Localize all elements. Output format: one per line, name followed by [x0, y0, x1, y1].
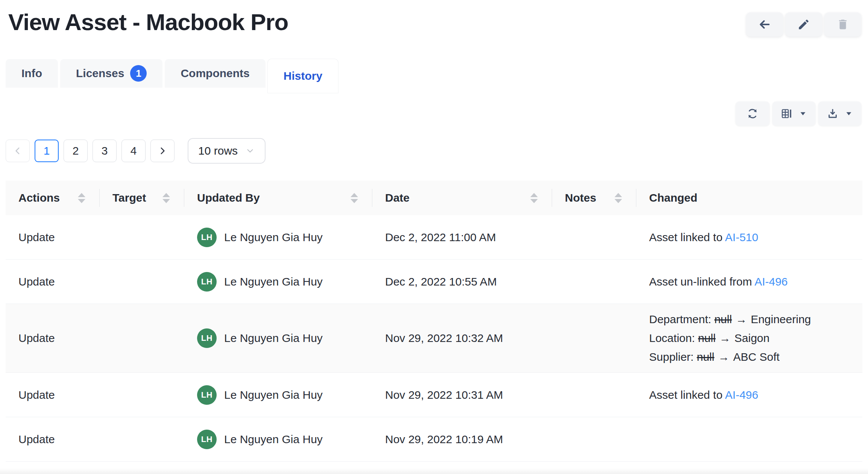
- sort-icon: [78, 193, 85, 203]
- changed-line: Asset un-linked from AI-496: [649, 272, 848, 291]
- tab-components[interactable]: Components: [165, 59, 265, 88]
- tab-licenses[interactable]: Licenses 1: [60, 59, 162, 88]
- user-name: Le Nguyen Gia Huy: [224, 275, 323, 288]
- changed-field: Location:: [649, 332, 698, 344]
- tab-label: Info: [21, 67, 42, 80]
- sort-icon: [530, 193, 538, 203]
- cell-updated-by: LHLe Nguyen Gia Huy: [184, 272, 372, 292]
- sort-icon: [615, 193, 622, 203]
- avatar: LH: [197, 328, 217, 348]
- column-header-notes[interactable]: Notes: [552, 181, 636, 215]
- tab-bar: Info Licenses 1 Components History: [0, 59, 868, 93]
- page-title: View Asset - Macbook Pro: [8, 9, 288, 35]
- delete-button[interactable]: [824, 12, 861, 36]
- column-label: Changed: [649, 191, 697, 204]
- column-label: Date: [385, 191, 410, 204]
- prev-page-button[interactable]: [6, 140, 30, 162]
- table-row: UpdateLHLe Nguyen Gia HuyDec 2, 2022 10:…: [6, 260, 862, 304]
- tab-info[interactable]: Info: [6, 59, 58, 88]
- changed-field: Supplier:: [649, 351, 697, 363]
- back-button[interactable]: [746, 12, 783, 36]
- page-2-button[interactable]: 2: [64, 140, 88, 162]
- licenses-count-badge: 1: [130, 65, 147, 82]
- cell-actions: Update: [6, 231, 100, 244]
- user-name: Le Nguyen Gia Huy: [224, 389, 323, 401]
- cell-actions: Update: [6, 275, 100, 288]
- page-4-button[interactable]: 4: [121, 140, 146, 162]
- avatar: LH: [197, 272, 217, 292]
- refresh-icon: [747, 108, 759, 120]
- changed-field: Department:: [649, 313, 714, 325]
- cell-updated-by: LHLe Nguyen Gia Huy: [184, 228, 372, 247]
- asset-link[interactable]: AI-496: [725, 389, 758, 401]
- asset-link[interactable]: AI-510: [725, 231, 758, 243]
- avatar: LH: [197, 385, 217, 405]
- page-1-button[interactable]: 1: [35, 140, 59, 162]
- column-label: Target: [112, 191, 146, 204]
- header-actions: [746, 12, 861, 36]
- tab-history[interactable]: History: [268, 59, 338, 93]
- cell-date: Nov 29, 2022 10:31 AM: [372, 389, 552, 401]
- changed-line: Asset linked to AI-510: [649, 228, 848, 247]
- table-body: UpdateLHLe Nguyen Gia HuyDec 2, 2022 11:…: [6, 215, 862, 462]
- cell-changed: Department: null→EngineeringLocation: nu…: [636, 304, 862, 372]
- changed-line: Location: null→Saigon: [649, 329, 848, 348]
- chevron-right-icon: [158, 146, 167, 156]
- edit-button[interactable]: [785, 12, 822, 36]
- export-button[interactable]: [818, 102, 861, 126]
- trash-icon: [836, 18, 849, 31]
- cell-actions: Update: [6, 332, 100, 345]
- old-value: null: [698, 332, 716, 344]
- table-row: UpdateLHLe Nguyen Gia HuyDec 2, 2022 11:…: [6, 215, 862, 260]
- page-3-button[interactable]: 3: [93, 140, 117, 162]
- rows-per-page-select[interactable]: 10 rows: [188, 138, 266, 164]
- page-header: View Asset - Macbook Pro: [0, 0, 868, 36]
- chevron-down-icon: [245, 146, 255, 156]
- cell-changed: Asset linked to AI-510: [636, 222, 862, 253]
- history-table: ActionsTargetUpdated ByDateNotesChanged …: [6, 181, 862, 462]
- column-label: Updated By: [197, 191, 260, 204]
- cell-changed: [636, 433, 862, 445]
- avatar: LH: [197, 228, 217, 247]
- next-page-button[interactable]: [150, 140, 175, 162]
- tab-label: History: [284, 70, 322, 82]
- cell-changed: Asset un-linked from AI-496: [636, 266, 862, 297]
- user-name: Le Nguyen Gia Huy: [224, 433, 323, 446]
- changed-text: Asset un-linked from: [649, 275, 754, 288]
- table-row: UpdateLHLe Nguyen Gia HuyNov 29, 2022 10…: [6, 417, 862, 462]
- changed-text: Asset linked to: [649, 389, 725, 401]
- table-row: UpdateLHLe Nguyen Gia HuyNov 29, 2022 10…: [6, 304, 862, 373]
- column-header-target[interactable]: Target: [100, 181, 184, 215]
- column-header-actions[interactable]: Actions: [6, 181, 100, 215]
- column-header-updated-by[interactable]: Updated By: [184, 181, 372, 215]
- old-value: null: [714, 313, 732, 325]
- page-buttons: 1234: [35, 140, 146, 162]
- caret-down-icon: [799, 109, 807, 118]
- cell-actions: Update: [6, 433, 100, 446]
- arrow-right-glyph: →: [718, 351, 729, 363]
- cell-actions: Update: [6, 389, 100, 401]
- cell-updated-by: LHLe Nguyen Gia Huy: [184, 385, 372, 405]
- pencil-icon: [797, 18, 810, 31]
- table-header-row: ActionsTargetUpdated ByDateNotesChanged: [6, 181, 862, 215]
- column-label: Notes: [565, 191, 596, 204]
- arrow-left-icon: [758, 18, 771, 31]
- arrow-right-glyph: →: [719, 332, 731, 344]
- caret-down-icon: [845, 109, 853, 118]
- tab-label: Components: [181, 67, 249, 80]
- user-name: Le Nguyen Gia Huy: [224, 332, 323, 345]
- column-header-date[interactable]: Date: [372, 181, 552, 215]
- pagination: 1234 10 rows: [0, 138, 868, 164]
- cell-date: Nov 29, 2022 10:19 AM: [372, 433, 552, 446]
- column-header-changed: Changed: [636, 181, 862, 215]
- asset-link[interactable]: AI-496: [754, 275, 788, 288]
- new-value: ABC Soft: [733, 351, 779, 363]
- new-value: Engineering: [751, 313, 811, 325]
- sort-icon: [351, 193, 358, 203]
- refresh-button[interactable]: [736, 102, 769, 126]
- rows-per-page-value: 10 rows: [198, 144, 238, 157]
- table-row: UpdateLHLe Nguyen Gia HuyNov 29, 2022 10…: [6, 373, 862, 417]
- old-value: null: [697, 351, 715, 363]
- user-name: Le Nguyen Gia Huy: [224, 231, 323, 244]
- columns-button[interactable]: [772, 102, 815, 126]
